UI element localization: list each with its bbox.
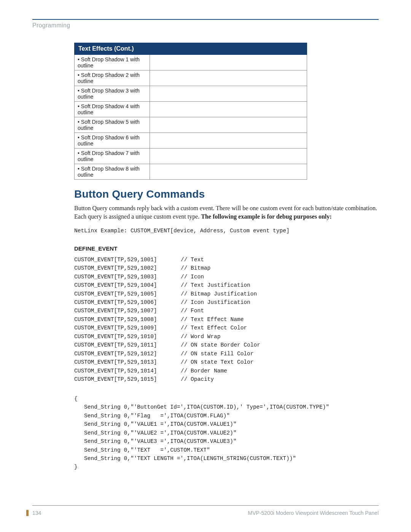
custom-event-row: CUSTOM_EVENT[TP,529,1002]// Bitmap (74, 264, 379, 272)
table-cell-effect: • Soft Drop Shadow 4 with outline (75, 102, 150, 117)
custom-event-cmd: CUSTOM_EVENT[TP,529,1009] (74, 324, 181, 332)
define-event-heading: DEFINE_EVENT (74, 245, 379, 252)
page-number: 134 (26, 510, 43, 516)
netlinx-example: NetLinx Example: CUSTOM_EVENT[device, Ad… (74, 227, 379, 235)
custom-event-cmd: CUSTOM_EVENT[TP,529,1005] (74, 290, 181, 298)
custom-event-row: CUSTOM_EVENT[TP,529,1012]// ON state Fil… (74, 350, 379, 358)
custom-event-cmd: CUSTOM_EVENT[TP,529,1012] (74, 350, 181, 358)
table-row: • Soft Drop Shadow 5 with outline (75, 117, 307, 133)
custom-event-cmd: CUSTOM_EVENT[TP,529,1011] (74, 341, 181, 349)
table-row: • Soft Drop Shadow 2 with outline (75, 70, 307, 86)
custom-event-comment: // Bitmap Justification (181, 291, 257, 297)
table-cell-empty (150, 117, 307, 133)
custom-event-row: CUSTOM_EVENT[TP,529,1001]// Text (74, 256, 379, 264)
intro-paragraph: Button Query commands reply back with a … (74, 204, 379, 220)
custom-event-comment: // Icon (181, 274, 204, 280)
custom-event-comment: // Word Wrap (181, 334, 220, 340)
table-header: Text Effects (Cont.) (75, 43, 307, 55)
custom-event-cmd: CUSTOM_EVENT[TP,529,1001] (74, 256, 181, 264)
custom-event-row: CUSTOM_EVENT[TP,529,1007]// Font (74, 307, 379, 315)
table-cell-empty (150, 102, 307, 117)
custom-event-row: CUSTOM_EVENT[TP,529,1009]// Text Effect … (74, 324, 379, 332)
custom-event-cmd: CUSTOM_EVENT[TP,529,1003] (74, 273, 181, 281)
content-area: Text Effects (Cont.) • Soft Drop Shadow … (74, 43, 379, 471)
custom-event-row: CUSTOM_EVENT[TP,529,1010]// Word Wrap (74, 332, 379, 341)
code-block: { Send_String 0,"'ButtonGet Id=',ITOA(CU… (74, 395, 379, 471)
custom-event-cmd: CUSTOM_EVENT[TP,529,1004] (74, 281, 181, 289)
custom-event-row: CUSTOM_EVENT[TP,529,1004]// Text Justifi… (74, 281, 379, 289)
table-row: • Soft Drop Shadow 7 with outline (75, 149, 307, 164)
table-row: • Soft Drop Shadow 8 with outline (75, 164, 307, 180)
custom-event-comment: // Border Name (181, 368, 227, 374)
section-label: Programming (32, 22, 379, 29)
custom-event-cmd: CUSTOM_EVENT[TP,529,1007] (74, 307, 181, 315)
custom-event-cmd: CUSTOM_EVENT[TP,529,1008] (74, 315, 181, 324)
table-cell-effect: • Soft Drop Shadow 6 with outline (75, 133, 150, 149)
custom-event-row: CUSTOM_EVENT[TP,529,1008]// Text Effect … (74, 315, 379, 324)
table-cell-empty (150, 55, 307, 70)
table-row: • Soft Drop Shadow 3 with outline (75, 86, 307, 102)
custom-event-row: CUSTOM_EVENT[TP,529,1013]// ON state Tex… (74, 358, 379, 366)
custom-event-comment: // ON state Border Color (181, 342, 260, 348)
table-row: • Soft Drop Shadow 1 with outline (75, 55, 307, 70)
table-cell-effect: • Soft Drop Shadow 7 with outline (75, 149, 150, 164)
custom-event-comment: // Text Justification (181, 282, 250, 288)
page-footer: 134 MVP-5200i Modero Viewpoint Widescree… (32, 505, 379, 516)
table-cell-empty (150, 133, 307, 149)
custom-event-comment: // ON state Text Color (181, 359, 253, 365)
text-effects-table: Text Effects (Cont.) • Soft Drop Shadow … (74, 43, 307, 180)
custom-event-comment: // Icon Justification (181, 299, 250, 305)
table-row: • Soft Drop Shadow 4 with outline (75, 102, 307, 117)
table-cell-effect: • Soft Drop Shadow 3 with outline (75, 86, 150, 102)
table-cell-empty (150, 70, 307, 86)
table-cell-empty (150, 164, 307, 180)
custom-event-row: CUSTOM_EVENT[TP,529,1006]// Icon Justifi… (74, 298, 379, 307)
custom-event-cmd: CUSTOM_EVENT[TP,529,1013] (74, 358, 181, 366)
intro-bold: The following example is for debug purpo… (201, 213, 331, 220)
custom-event-row: CUSTOM_EVENT[TP,529,1003]// Icon (74, 273, 379, 281)
custom-event-comment: // Text Effect Name (181, 316, 244, 323)
table-cell-effect: • Soft Drop Shadow 2 with outline (75, 70, 150, 86)
custom-event-comment: // Text (181, 257, 204, 263)
custom-event-row: CUSTOM_EVENT[TP,529,1015]// Opacity (74, 375, 379, 383)
section-heading: Button Query Commands (74, 188, 379, 200)
table-cell-empty (150, 86, 307, 102)
custom-event-row: CUSTOM_EVENT[TP,529,1011]// ON state Bor… (74, 341, 379, 349)
custom-event-comment: // Bitmap (181, 265, 210, 271)
table-cell-effect: • Soft Drop Shadow 8 with outline (75, 164, 150, 180)
footer-doc-title: MVP-5200i Modero Viewpoint Widescreen To… (248, 510, 379, 516)
custom-event-comment: // Text Effect Color (181, 325, 247, 331)
custom-event-row: CUSTOM_EVENT[TP,529,1005]// Bitmap Justi… (74, 290, 379, 298)
custom-event-cmd: CUSTOM_EVENT[TP,529,1015] (74, 375, 181, 383)
table-cell-effect: • Soft Drop Shadow 5 with outline (75, 117, 150, 133)
custom-event-cmd: CUSTOM_EVENT[TP,529,1002] (74, 264, 181, 272)
custom-event-row: CUSTOM_EVENT[TP,529,1014]// Border Name (74, 367, 379, 375)
custom-event-cmd: CUSTOM_EVENT[TP,529,1006] (74, 298, 181, 307)
top-rule (32, 19, 379, 20)
custom-event-comment: // ON state Fill Color (181, 351, 253, 357)
table-cell-effect: • Soft Drop Shadow 1 with outline (75, 55, 150, 70)
custom-event-comment: // Font (181, 308, 204, 314)
custom-event-cmd: CUSTOM_EVENT[TP,529,1010] (74, 332, 181, 341)
table-cell-empty (150, 149, 307, 164)
custom-event-comment: // Opacity (181, 376, 214, 382)
table-row: • Soft Drop Shadow 6 with outline (75, 133, 307, 149)
custom-event-list: CUSTOM_EVENT[TP,529,1001]// TextCUSTOM_E… (74, 256, 379, 384)
custom-event-cmd: CUSTOM_EVENT[TP,529,1014] (74, 367, 181, 375)
